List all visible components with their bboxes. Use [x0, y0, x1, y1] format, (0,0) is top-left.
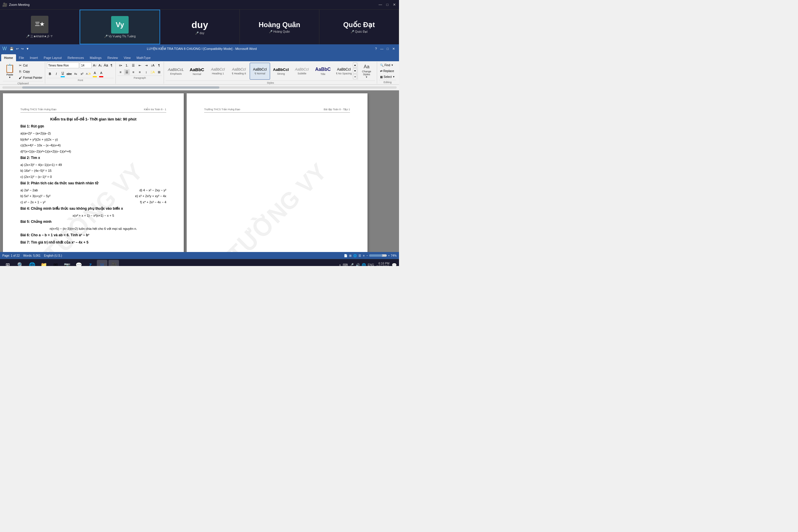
font-size-input[interactable] [80, 62, 92, 68]
font-name-select[interactable] [47, 62, 79, 68]
view-print-icon[interactable]: 📄 [344, 254, 347, 257]
text-effects-btn[interactable]: A✨ [86, 71, 91, 77]
view-outline-icon[interactable]: ☰ [359, 254, 361, 257]
taskbar-files[interactable]: 📁 [38, 260, 49, 266]
taskbar-keyboard-icon[interactable]: ⌨ [343, 263, 348, 266]
taskbar-zalo[interactable]: Z [85, 260, 96, 266]
cut-button[interactable]: ✂ Cut [17, 62, 43, 68]
gallery-up-btn[interactable]: ▲ [353, 62, 357, 68]
participant-duy[interactable]: duy 🎤 duy [160, 10, 240, 44]
taskbar-notification-btn[interactable]: 💬 [392, 263, 397, 266]
change-styles-dropdown[interactable]: ▼ [365, 76, 368, 78]
align-center-btn[interactable]: ☰ [124, 69, 130, 75]
change-case-btn[interactable]: ¶ [109, 63, 114, 68]
style-strong[interactable]: AaBbCcI Strong [271, 63, 291, 80]
font-color-button[interactable]: A [98, 70, 104, 77]
style-emphasis[interactable]: AaBbCcL Emphasis [166, 63, 186, 80]
border-btn[interactable]: ⊞ [156, 69, 162, 75]
taskbar-clock[interactable]: 6:16 PM 8/21/2021 [377, 262, 390, 266]
taskbar-messenger[interactable]: 💬 [74, 260, 84, 266]
paste-button[interactable]: 📋 Paste ▼ [3, 64, 17, 79]
view-fullscreen-icon[interactable]: ⊞ [349, 254, 352, 257]
taskbar-speaker-icon[interactable]: 🔊 [356, 263, 360, 266]
view-web-icon[interactable]: 🌐 [353, 254, 357, 257]
zoom-in-btn[interactable]: + [388, 254, 390, 257]
style-no-spacing[interactable]: AaBbCcI ¶ No Spacing [334, 63, 352, 80]
select-button[interactable]: ▦ Select ▼ [379, 74, 396, 79]
tab-page-layout[interactable]: Page Layout [41, 54, 65, 61]
justify-btn[interactable]: ≡ [137, 69, 142, 75]
copy-button[interactable]: ⎘ Copy [17, 69, 43, 74]
word-customize-btn[interactable]: ▼ [25, 46, 30, 51]
italic-button[interactable]: I [53, 71, 59, 77]
zoom-out-btn[interactable]: − [366, 254, 368, 257]
style-title[interactable]: AaBbC Title [313, 63, 333, 80]
tab-home[interactable]: Home [1, 54, 16, 61]
taskbar-mail[interactable]: ✉ [50, 260, 61, 266]
bold-button[interactable]: B [47, 71, 53, 77]
participant-khanh[interactable]: 三★ 🎤 三★khánh★彡 〒 [0, 10, 80, 44]
subscript-button[interactable]: x₂ [73, 71, 78, 77]
view-draft-icon[interactable]: ≡ [363, 254, 365, 257]
show-marks-btn[interactable]: ¶ [156, 62, 162, 68]
font-shrink-btn[interactable]: A↓ [98, 63, 103, 68]
align-left-btn[interactable]: ≡ [117, 69, 124, 75]
style-normal-plain[interactable]: AaBbCcI ¶ Normal [250, 63, 270, 80]
style-normal[interactable]: AaBbC Normal [187, 63, 207, 80]
minimize-btn[interactable]: — [378, 2, 383, 7]
numbering-btn[interactable]: 1. [124, 62, 130, 68]
participant-vy[interactable]: Vy 🎤 Vy Vương Thị Tường [80, 10, 160, 44]
tab-review[interactable]: Review [104, 54, 121, 61]
style-heading8[interactable]: AaBbCcI ¶ Heading 8 [229, 63, 249, 80]
strikethrough-button[interactable]: abc [66, 71, 72, 77]
font-grow-btn[interactable]: A↑ [93, 63, 97, 68]
superscript-button[interactable]: x² [79, 71, 85, 77]
find-dropdown[interactable]: ▼ [391, 64, 394, 66]
word-save-btn[interactable]: 💾 [9, 46, 14, 51]
document-area[interactable]: TƯỜNG VY Trường THCS Trần Hưng Đạo Kiểm … [0, 90, 399, 252]
gallery-down-btn[interactable]: ▼ [353, 68, 357, 74]
taskbar-camera[interactable]: 📷 [62, 260, 72, 266]
format-painter-button[interactable]: 🖌 Format Painter [17, 75, 43, 80]
line-spacing-btn[interactable]: ↕ [143, 69, 149, 75]
bullets-btn[interactable]: ≡• [117, 62, 124, 68]
replace-button[interactable]: ⇄ Replace [379, 68, 396, 74]
taskbar-search[interactable]: 🔍 [15, 260, 26, 266]
word-redo-btn[interactable]: ↪ [20, 46, 24, 51]
word-close-btn[interactable]: ✕ [392, 47, 396, 51]
style-heading1[interactable]: AaBbCcI Heading 1 [208, 63, 228, 80]
zoom-slider[interactable] [369, 254, 387, 256]
taskbar-up-arrow[interactable]: ∧ [339, 263, 341, 266]
shading-btn[interactable]: ░A [150, 69, 155, 75]
taskbar-browser[interactable]: 🌐 [27, 260, 37, 266]
align-right-btn[interactable]: ≡ [130, 69, 136, 75]
word-restore-btn[interactable]: □ [385, 47, 390, 51]
taskbar-network-icon[interactable]: 🌐 [362, 263, 366, 266]
word-minimize-btn[interactable]: — [380, 47, 384, 51]
increase-indent-btn[interactable]: ⇥ [143, 62, 149, 68]
tab-references[interactable]: References [65, 54, 87, 61]
maximize-btn[interactable]: □ [385, 2, 390, 7]
participant-hoangquan[interactable]: Hoàng Quân 🎤 Hoàng Quân [240, 10, 319, 44]
tab-file[interactable]: File [16, 54, 27, 61]
word-undo-btn[interactable]: ↩ [16, 46, 19, 51]
select-dropdown[interactable]: ▼ [393, 76, 395, 78]
change-styles-button[interactable]: Aa Change Styles ▼ [358, 62, 375, 80]
highlight-button[interactable]: A [92, 70, 98, 77]
tab-insert[interactable]: Insert [27, 54, 41, 61]
tab-view[interactable]: View [121, 54, 134, 61]
decrease-indent-btn[interactable]: ⇤ [137, 62, 142, 68]
paste-dropdown-icon[interactable]: ▼ [9, 76, 11, 79]
underline-button[interactable]: U [60, 70, 65, 77]
participant-quocdat[interactable]: Quốc Đạt 🎤 Quốc Đạt [319, 10, 399, 44]
sort-btn[interactable]: ↕A [150, 62, 155, 68]
taskbar-word[interactable]: W [97, 260, 107, 266]
gallery-more-btn[interactable]: ≡ [353, 74, 357, 79]
tab-mailings[interactable]: Mailings [87, 54, 104, 61]
taskbar-lang-icon[interactable]: ENG [368, 263, 374, 266]
word-help-btn[interactable]: ? [374, 47, 378, 51]
style-subtitle[interactable]: AaBbCcI Subtitle [292, 63, 312, 80]
find-button[interactable]: 🔍 Find ▼ [379, 62, 396, 68]
close-btn[interactable]: ✕ [392, 2, 397, 7]
multilevel-btn[interactable]: ☰ [130, 62, 136, 68]
